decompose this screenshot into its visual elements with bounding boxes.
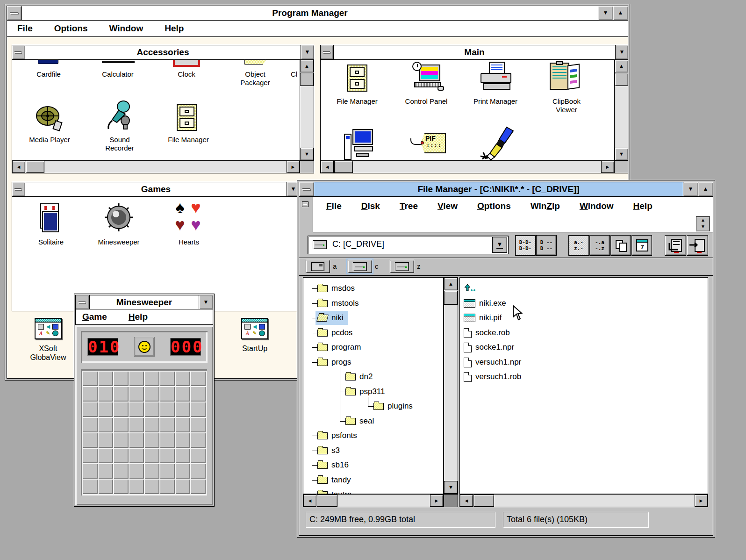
- icon-label-object-packager[interactable]: Object Packager: [234, 70, 277, 87]
- icon-label-minesweeper[interactable]: Minesweeper: [87, 238, 151, 246]
- winzip-extract-button[interactable]: [687, 235, 708, 256]
- clipbook-viewer-icon[interactable]: [549, 61, 582, 93]
- scroll-up-button[interactable]: ▲: [444, 278, 458, 290]
- icon-label-calculator[interactable]: Calculator: [94, 70, 141, 79]
- copy-button[interactable]: [610, 235, 631, 256]
- icon-label-sound-recorder[interactable]: Sound Recorder: [96, 136, 143, 152]
- fm-menu-window[interactable]: Window: [580, 201, 614, 211]
- fm-system-menu-button[interactable]: [299, 182, 314, 196]
- drive-c-button-selected[interactable]: [348, 260, 372, 273]
- tree-item-psp311[interactable]: psp311: [345, 385, 385, 399]
- scroll-thumb[interactable]: [317, 495, 337, 507]
- tree-item-seal[interactable]: seal: [345, 414, 374, 428]
- tree-item-mstools[interactable]: mstools: [317, 296, 359, 310]
- scroll-up-button[interactable]: ▲: [615, 60, 628, 72]
- properties-button[interactable]: 7: [631, 235, 652, 256]
- pm-maximize-button[interactable]: ▲: [613, 6, 628, 20]
- fm-menu-disk[interactable]: Disk: [361, 201, 380, 211]
- pm-menu-options[interactable]: Options: [54, 23, 88, 34]
- accessories-horizontal-scrollbar[interactable]: ◄ ►: [12, 160, 300, 173]
- minefield-grid[interactable]: [81, 369, 207, 495]
- file-item-socke1-npr[interactable]: socke1.npr: [464, 340, 514, 354]
- scroll-down-button[interactable]: ▼: [615, 148, 628, 160]
- view-name-details-button[interactable]: D-D-D-D-: [515, 235, 536, 256]
- accessories-system-menu-button[interactable]: [12, 45, 25, 59]
- minesweeper-icon[interactable]: [104, 202, 134, 232]
- winzip-zip-button[interactable]: [665, 235, 686, 256]
- icon-label-file-manager[interactable]: File Manager: [158, 136, 219, 144]
- tree-item-pcdos[interactable]: pcdos: [317, 326, 352, 340]
- icon-label-cardfile[interactable]: Cardfile: [27, 70, 70, 79]
- fm-file-hscrollbar[interactable]: ◄ ►: [459, 494, 708, 507]
- minesweeper-minimize-button[interactable]: ▼: [199, 295, 213, 309]
- fm-minimize-button[interactable]: ▼: [683, 182, 698, 196]
- icon-label-solitaire[interactable]: Solitaire: [21, 238, 81, 246]
- file-item-versuch1-rob[interactable]: versuch1.rob: [464, 370, 521, 384]
- fm-menu-file[interactable]: File: [326, 201, 342, 211]
- print-manager-icon[interactable]: [478, 62, 515, 93]
- scroll-thumb[interactable]: [300, 73, 314, 86]
- scroll-down-button[interactable]: ▼: [444, 481, 458, 494]
- scroll-down-button[interactable]: ▼: [300, 148, 314, 160]
- icon-label-control-panel[interactable]: Control Panel: [395, 97, 457, 106]
- cardfile-icon[interactable]: [38, 60, 58, 64]
- calculator-icon[interactable]: [102, 61, 135, 63]
- media-player-icon[interactable]: [35, 103, 65, 133]
- fm-child-restore-button[interactable]: ▲▼: [696, 216, 710, 231]
- scroll-left-button[interactable]: ◄: [321, 161, 334, 173]
- paintbrush-icon[interactable]: [478, 126, 518, 160]
- minesweeper-menu-help[interactable]: Help: [129, 312, 148, 322]
- tree-item-psfonts[interactable]: psfonts: [317, 429, 357, 443]
- file-item-socke-rob[interactable]: socke.rob: [464, 326, 510, 340]
- file-item-parent-dir[interactable]: [464, 281, 476, 295]
- drive-combobox[interactable]: C: [C_DRIVE] ▼: [308, 236, 509, 254]
- fm-tree-hscrollbar[interactable]: ◄ ►: [303, 494, 444, 507]
- scroll-left-button[interactable]: ◄: [460, 495, 473, 507]
- fm-menu-help[interactable]: Help: [633, 201, 653, 211]
- minesweeper-system-menu-button[interactable]: [76, 295, 90, 309]
- minesweeper-menu-game[interactable]: Game: [82, 312, 107, 322]
- object-packager-icon[interactable]: [244, 60, 266, 65]
- combo-dropdown-button[interactable]: ▼: [492, 237, 507, 253]
- scroll-right-button[interactable]: ►: [601, 161, 614, 173]
- solitaire-icon[interactable]: [36, 203, 65, 234]
- scroll-right-button[interactable]: ►: [695, 495, 708, 507]
- fm-maximize-button[interactable]: ▲: [698, 182, 713, 196]
- clock-icon[interactable]: [173, 60, 200, 67]
- smiley-button[interactable]: [134, 337, 155, 357]
- accessories-vertical-scrollbar[interactable]: ▲ ▼: [300, 60, 314, 160]
- scroll-thumb[interactable]: [26, 161, 44, 173]
- tree-item-dn2[interactable]: dn2: [345, 370, 373, 384]
- sort-by-type-button[interactable]: -.a-.z: [589, 235, 610, 256]
- fm-menu-view[interactable]: View: [438, 201, 458, 211]
- control-panel-icon[interactable]: [409, 63, 445, 93]
- main-horizontal-scrollbar[interactable]: ◄ ►: [321, 160, 614, 173]
- scroll-up-button[interactable]: ▲: [300, 60, 314, 72]
- scroll-thumb[interactable]: [334, 161, 353, 173]
- scroll-thumb[interactable]: [473, 495, 494, 507]
- main-maximize-button[interactable]: ▼: [615, 45, 628, 59]
- tree-item-tandy[interactable]: tandy: [317, 473, 351, 487]
- pm-system-menu-button[interactable]: [7, 6, 22, 20]
- pm-menu-file[interactable]: File: [17, 23, 33, 34]
- file-manager-icon[interactable]: [177, 104, 197, 131]
- icon-label-file-manager[interactable]: File Manager: [326, 97, 388, 106]
- tree-item-program[interactable]: program: [317, 340, 361, 354]
- scroll-thumb[interactable]: [615, 73, 628, 86]
- icon-label-hearts[interactable]: Hearts: [161, 238, 217, 246]
- tree-item-plugins[interactable]: plugins: [373, 399, 413, 413]
- fm-menu-options[interactable]: Options: [477, 201, 511, 211]
- tree-item-msdos[interactable]: msdos: [317, 281, 355, 295]
- tree-item-niki-selected[interactable]: niki: [316, 311, 348, 325]
- fm-tree-pane[interactable]: msdos mstools niki pcdos program progs d…: [303, 277, 444, 494]
- main-system-menu-button[interactable]: [321, 45, 334, 59]
- tree-item-s3[interactable]: s3: [317, 444, 340, 458]
- icon-label-media-player[interactable]: Media Player: [19, 136, 80, 144]
- icon-label-clipped[interactable]: Cl: [291, 70, 300, 79]
- view-name-only-button[interactable]: D --D --: [536, 235, 557, 256]
- drive-z-button[interactable]: [390, 260, 414, 273]
- games-system-menu-button[interactable]: [12, 182, 25, 196]
- file-item-niki-exe[interactable]: niki.exe: [464, 296, 506, 310]
- file-manager-icon[interactable]: [347, 65, 367, 92]
- pm-menu-window[interactable]: Window: [109, 23, 143, 34]
